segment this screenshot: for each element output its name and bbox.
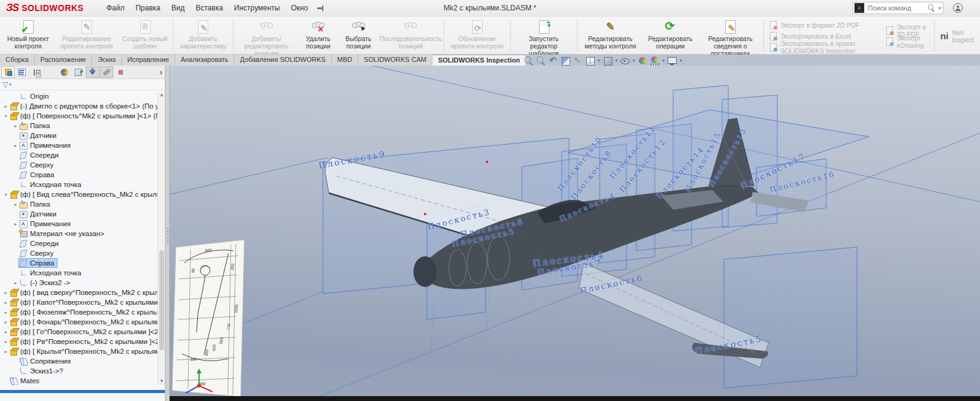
tab-сборка[interactable]: Сборка	[0, 55, 35, 66]
ribbon-button-balloon-sequence[interactable]: Последовательность позиций	[379, 18, 442, 54]
tree-item-14[interactable]: Материал <не указан>	[0, 229, 157, 239]
tree-item-21[interactable]: ▸(ф) [ Капот^Поверхность_Mk2 с крыльями …	[0, 297, 157, 307]
configurationmanager-tab-icon[interactable]	[29, 66, 43, 78]
tree-closed-arrow-icon[interactable]: ▸	[2, 319, 9, 325]
tree-item-11[interactable]: ▸Папка	[0, 199, 157, 209]
tab-solidworks-inspection[interactable]: SOLIDWORKS Inspection	[432, 55, 526, 66]
tab-анализировать[interactable]: Анализировать	[175, 55, 235, 66]
tab-solidworks-cam[interactable]: SOLIDWORKS CAM	[358, 55, 432, 66]
dynamic-annotation-icon[interactable]	[573, 56, 583, 66]
pin-menu-icon[interactable]	[316, 4, 325, 12]
featuremanager-tab-icon[interactable]	[1, 66, 15, 78]
addin-tab-icon[interactable]	[114, 66, 127, 78]
inspection-manager-tab-icon[interactable]	[86, 66, 99, 78]
tree-item-1[interactable]: ▸(-) Двигло с редуктором в сборке<1> (По…	[0, 101, 157, 111]
tree-closed-arrow-icon[interactable]: ▸	[2, 349, 9, 354]
ribbon-button-edit-operations[interactable]: ⟳Редактировать операции	[642, 18, 698, 54]
filter-funnel-icon[interactable]: ▽	[2, 81, 8, 88]
edit-appearance-icon[interactable]	[638, 56, 648, 66]
tree-item-17[interactable]: Справа	[0, 258, 157, 268]
export-item-1-0[interactable]: Экспорт в формат 2D PDF	[769, 20, 878, 31]
tree-item-3[interactable]: ▸Папка	[0, 121, 157, 131]
tab-эскиз[interactable]: Эскиз	[92, 55, 121, 66]
tab-исправление[interactable]: Исправление	[122, 55, 175, 66]
apply-scene-icon[interactable]	[650, 56, 660, 66]
tree-closed-arrow-icon[interactable]: ▸	[2, 329, 9, 335]
tree-open-arrow-icon[interactable]: ▾	[2, 192, 9, 197]
tree-closed-arrow-icon[interactable]: ▸	[12, 221, 19, 227]
displaymanager-tab-icon[interactable]	[58, 66, 71, 78]
menu-item-4[interactable]: Инструменты	[228, 1, 285, 15]
ribbon-button-add-characteristic[interactable]: ✎Добавить характеристику	[174, 18, 232, 54]
zoom-area-icon[interactable]	[536, 56, 546, 66]
ribbon-button-update-project[interactable]: ⟳Обновление проекта контроля	[445, 18, 509, 54]
ribbon-button-template-editor[interactable]: ↴Запустить редактор шаблонов	[512, 18, 576, 54]
tree-closed-arrow-icon[interactable]: ▸	[12, 280, 19, 286]
tree-item-22[interactable]: ▸(ф) [ Фюзеляж^Поверхность_Mk2 с крыльям…	[0, 307, 157, 317]
sketch-sheet[interactable]: 600 90 200 1050 770 550 420 400 440 480	[172, 240, 244, 397]
search-dropdown-icon[interactable]: ▾	[938, 6, 941, 11]
tree-closed-arrow-icon[interactable]: ▸	[2, 339, 9, 345]
tree-item-18[interactable]: Исходная точка	[0, 268, 157, 278]
scroll-down-icon[interactable]: ▼	[158, 378, 165, 385]
tree-closed-arrow-icon[interactable]: ▸	[2, 310, 9, 315]
scrollbar-thumb[interactable]	[159, 250, 164, 350]
tree-closed-arrow-icon[interactable]: ▸	[12, 202, 19, 207]
ribbon-button-edit-inspection-project[interactable]: ✎Редактирование проекта контроля	[55, 18, 118, 54]
tree-item-27[interactable]: Сопряжения	[0, 356, 157, 366]
menu-item-0[interactable]: Файл	[101, 1, 130, 15]
panel-splitter[interactable]	[165, 66, 170, 401]
tree-item-7[interactable]: Сверху	[0, 160, 157, 170]
tree-item-19[interactable]: ▸(-) Эскиз2 ->	[0, 278, 157, 288]
display-style-icon-caret[interactable]: ▾	[616, 58, 618, 63]
tree-item-0[interactable]: Origin	[0, 91, 157, 101]
tree-open-arrow-icon[interactable]: ▾	[2, 113, 9, 119]
panel-bottom-scrollbar[interactable]	[0, 390, 165, 393]
tree-item-25[interactable]: ▸(ф) [ Рв^Поверхность_Mk2 с крыльями ]<2…	[0, 337, 157, 346]
ribbon-button-select-balloons[interactable]: ▲Выбрать позиции	[338, 18, 379, 54]
tree-item-8[interactable]: Справа	[0, 170, 157, 180]
tab-mbd[interactable]: MBD	[332, 55, 358, 66]
tree-item-16[interactable]: Сверху	[0, 248, 157, 258]
ribbon-button-edit-methods[interactable]: ✎Редактировать методы контроля	[578, 18, 642, 54]
section-view-icon[interactable]	[560, 56, 571, 66]
tree-item-15[interactable]: Спереди	[0, 239, 157, 248]
tree-closed-arrow-icon[interactable]: ▸	[12, 123, 19, 129]
expand-panel-icon[interactable]: ›	[160, 67, 162, 77]
hide-show-items-icon-caret[interactable]: ▾	[633, 58, 635, 63]
zoom-fit-icon[interactable]	[524, 56, 534, 66]
tree-closed-arrow-icon[interactable]: ▸	[2, 290, 9, 296]
ribbon-button-add-edit-balloons[interactable]: Добавить/редактировать позиции	[235, 18, 298, 54]
menu-item-2[interactable]: Вид	[166, 1, 190, 15]
tree-item-4[interactable]: Датчики	[0, 131, 157, 140]
ribbon-button-edit-suppliers[interactable]: ✎Редактировать сведения о поставщиках	[698, 18, 762, 54]
propertymanager-tab-icon[interactable]	[15, 66, 29, 78]
tree-item-23[interactable]: ▸(ф) [ Фонарь^Поверхность_Mk2 с крыльями…	[0, 317, 157, 327]
ribbon-button-delete-balloons[interactable]: ✕Удалить позиции	[298, 18, 338, 54]
previous-view-icon[interactable]	[548, 56, 559, 66]
display-style-icon[interactable]	[603, 56, 613, 66]
tools-tab-icon[interactable]	[100, 66, 113, 78]
export-item-1-2[interactable]: Экспортировать в проект SOLIDWORKS Inspe…	[769, 42, 878, 53]
view-orientation-icon-caret[interactable]: ▾	[598, 58, 600, 63]
tree-item-6[interactable]: Спереди	[0, 150, 157, 160]
ribbon-button-create-template[interactable]: ⎘Создать новый шаблон	[118, 18, 171, 54]
search-input[interactable]	[867, 4, 928, 12]
dimxpertmanager-tab-icon[interactable]	[43, 66, 57, 78]
tree-closed-arrow-icon[interactable]: ▸	[2, 104, 9, 109]
tree-item-13[interactable]: ▸Примечания	[0, 219, 157, 229]
tree-item-24[interactable]: ▸(ф) [ Го^Поверхность_Mk2 с крыльями ]<2…	[0, 327, 157, 337]
tree-item-28[interactable]: Эскиз1->?	[0, 366, 157, 376]
net-inspect-button[interactable]: niNet-Inspect	[935, 18, 979, 54]
tab-расположение[interactable]: Расположение	[35, 55, 92, 66]
hide-show-items-icon[interactable]	[620, 56, 630, 66]
ribbon-button-new-inspection-project[interactable]: ✔Новый проект контроля	[1, 18, 55, 54]
tab-добавления-solidworks[interactable]: Добавления SOLIDWORKS	[235, 55, 332, 66]
tree-item-29[interactable]: Mates	[0, 376, 157, 385]
tree-item-5[interactable]: ▸Примечания	[0, 140, 157, 150]
view-settings-icon-caret[interactable]: ▾	[680, 58, 682, 63]
scroll-up-icon[interactable]: ▲	[158, 91, 165, 99]
command-search-box[interactable]: › ▾	[853, 2, 943, 14]
tree-closed-arrow-icon[interactable]: ▸	[2, 300, 9, 305]
menu-item-1[interactable]: Правка	[130, 1, 166, 15]
